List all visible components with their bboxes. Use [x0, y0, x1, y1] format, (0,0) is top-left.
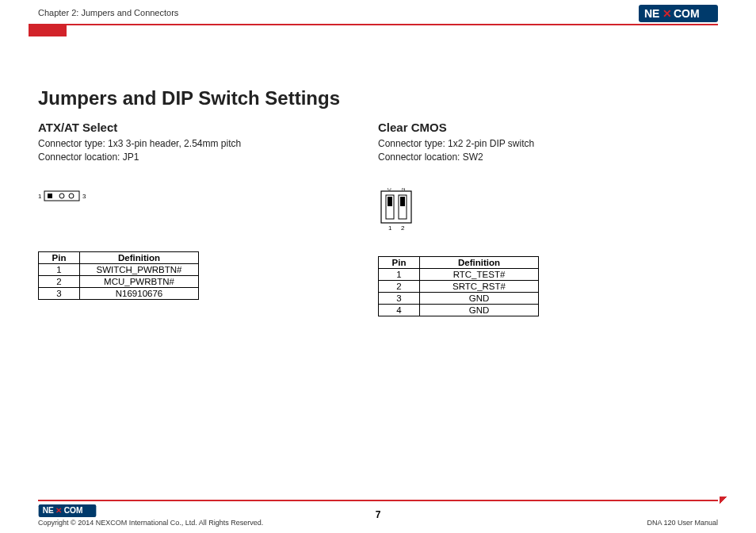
th-definition: Definition — [80, 251, 199, 263]
table-row: 4GND — [379, 304, 539, 316]
pin1-label: 1 — [38, 193, 42, 200]
copyright-text: Copyright © 2014 NEXCOM International Co… — [38, 519, 263, 527]
atx-pin-table: Pin Definition 1SWITCH_PWRBTN# 2MCU_PWRB… — [38, 251, 199, 300]
table-row: 3N16910676 — [39, 287, 199, 299]
svg-rect-5 — [48, 194, 52, 198]
svg-text:✕: ✕ — [55, 506, 62, 515]
cmos-connector-type: Connector type: 1x2 2-pin DIP switch — [378, 137, 718, 151]
svg-text:✕: ✕ — [662, 7, 672, 20]
dip-label-1: 1 — [388, 224, 392, 232]
th-pin: Pin — [379, 256, 420, 268]
th-definition: Definition — [420, 256, 539, 268]
page: { "header": { "chapter": "Chapter 2: Jum… — [0, 0, 756, 533]
page-number: 7 — [376, 509, 381, 520]
manual-name: DNA 120 User Manual — [647, 519, 718, 527]
right-column: Clear CMOS Connector type: 1x2 2-pin DIP… — [378, 121, 718, 316]
brand-logo: NE ✕ COM — [639, 5, 718, 22]
table-row: 2MCU_PWRBTN# — [39, 275, 199, 287]
svg-text:N: N — [402, 188, 405, 191]
svg-rect-12 — [388, 197, 392, 206]
svg-text:NE: NE — [644, 7, 659, 20]
table-row: 3GND — [379, 292, 539, 304]
svg-text:COM: COM — [674, 7, 700, 20]
table-row: 1RTC_TEST# — [379, 268, 539, 280]
clear-cmos-subtitle: Clear CMOS — [378, 121, 718, 134]
columns: ATX/AT Select Connector type: 1x3 3-pin … — [38, 121, 718, 316]
sw2-dip-diagram: O N 1 2 — [378, 188, 718, 232]
table-row: 2SRTC_RST# — [379, 280, 539, 292]
nexcom-footer-logo-icon: NE ✕ COM — [38, 504, 97, 517]
atx-connector-location: Connector location: JP1 — [38, 151, 378, 164]
pin3-label: 3 — [82, 193, 86, 200]
left-column: ATX/AT Select Connector type: 1x3 3-pin … — [38, 121, 378, 316]
cmos-pin-table: Pin Definition 1RTC_TEST# 2SRTC_RST# 3GN… — [378, 256, 539, 316]
page-header: Chapter 2: Jumpers and Connectors NE ✕ C… — [0, 0, 756, 36]
header-rule — [29, 24, 718, 25]
pin-header-icon: 1 3 — [38, 188, 109, 204]
svg-text:O: O — [388, 188, 391, 191]
nexcom-logo-icon: NE ✕ COM — [639, 5, 718, 22]
atx-connector-type: Connector type: 1x3 3-pin header, 2.54mm… — [38, 137, 378, 151]
table-row: 1SWITCH_PWRBTN# — [39, 263, 199, 275]
svg-text:COM: COM — [64, 506, 83, 515]
cmos-connector-location: Connector location: SW2 — [378, 151, 718, 164]
svg-rect-14 — [400, 197, 405, 206]
header-accent-block — [29, 25, 67, 36]
svg-text:NE: NE — [43, 506, 54, 515]
chapter-label: Chapter 2: Jumpers and Connectors — [38, 8, 718, 17]
footer-left: NE ✕ COM Copyright © 2014 NEXCOM Interna… — [38, 504, 263, 527]
atx-at-subtitle: ATX/AT Select — [38, 121, 378, 134]
page-footer: NE ✕ COM Copyright © 2014 NEXCOM Interna… — [0, 500, 756, 527]
footer-rule — [38, 500, 718, 501]
page-title: Jumpers and DIP Switch Settings — [38, 87, 718, 109]
dip-switch-icon: O N 1 2 — [378, 188, 418, 232]
jp1-header-diagram: 1 3 — [38, 188, 378, 220]
dip-label-2: 2 — [401, 224, 405, 232]
th-pin: Pin — [39, 251, 80, 263]
content-area: Jumpers and DIP Switch Settings ATX/AT S… — [38, 87, 718, 316]
